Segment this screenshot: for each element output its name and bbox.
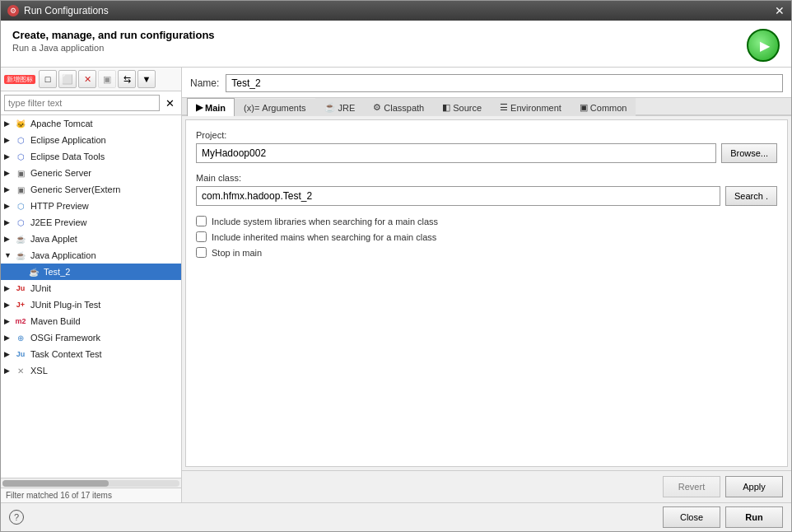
tab-common[interactable]: ▣ Common <box>571 98 636 116</box>
project-section: Project: Browse... <box>196 130 777 163</box>
source-tab-icon: ◧ <box>442 102 450 113</box>
maven-build-icon: m2 <box>14 315 27 328</box>
browse-project-button[interactable]: Browse... <box>721 143 777 163</box>
checkbox-include-inherited-row: Include inherited mains when searching f… <box>196 231 777 242</box>
java-applet-icon: ☕ <box>14 232 27 245</box>
search-dot: . <box>763 191 768 201</box>
new-icon-badge: 新增图标 <box>4 75 35 84</box>
main-class-input[interactable] <box>196 186 720 206</box>
tree-item-java-applet[interactable]: ▶ ☕ Java Applet <box>1 231 181 247</box>
tree-item-generic-server[interactable]: ▶ ▣ Generic Server <box>1 165 181 181</box>
tab-main[interactable]: ▶ Main <box>187 98 235 116</box>
tree-item-junit[interactable]: ▶ Ju JUnit <box>1 280 181 296</box>
jre-tab-icon: ☕ <box>324 102 336 113</box>
tab-source[interactable]: ◧ Source <box>433 98 491 116</box>
dialog-subheading: Run a Java application <box>12 43 215 53</box>
dialog-header: Create, manage, and run configurations R… <box>1 21 791 68</box>
tree-item-task-context-test[interactable]: ▶ Ju Task Context Test <box>1 346 181 362</box>
tree-toolbar: 新增图标 □ ⬜ ✕ ▣ ⇆ ▼ <box>1 68 181 91</box>
common-tab-label: Common <box>590 103 627 113</box>
xsl-icon: ✕ <box>14 364 27 377</box>
classpath-tab-icon: ⚙ <box>373 102 381 113</box>
filter-input[interactable] <box>4 95 160 111</box>
generic-server-ext-icon: ▣ <box>14 183 27 196</box>
source-tab-label: Source <box>453 103 482 113</box>
project-label: Project: <box>196 130 777 140</box>
tree-item-maven-build[interactable]: ▶ m2 Maven Build <box>1 313 181 329</box>
run-button[interactable]: Run <box>725 506 783 528</box>
tab-content-main: Project: Browse... Main class: Search . <box>185 119 788 467</box>
tree-item-java-application[interactable]: ▼ ☕ Java Application <box>1 247 181 264</box>
eclipse-data-tools-icon: ⬡ <box>14 150 27 163</box>
classpath-tab-label: Classpath <box>384 103 424 113</box>
dialog-heading: Create, manage, and run configurations <box>12 29 215 41</box>
apache-tomcat-icon: 🐱 <box>14 117 27 130</box>
name-row: Name: <box>182 68 791 98</box>
filter-clear-button[interactable]: ✕ <box>161 95 178 111</box>
close-button[interactable]: Close <box>663 506 720 528</box>
generic-server-icon: ▣ <box>14 166 27 180</box>
view-menu-button[interactable]: ▼ <box>137 70 156 88</box>
tab-jre[interactable]: ☕ JRE <box>315 98 365 116</box>
revert-button[interactable]: Revert <box>663 476 720 497</box>
environment-tab-icon: ☰ <box>500 102 508 113</box>
include-system-libs-checkbox[interactable] <box>196 216 207 226</box>
tree-item-eclipse-data-tools[interactable]: ▶ ⬡ Eclipse Data Tools <box>1 148 181 165</box>
name-input[interactable] <box>226 74 783 92</box>
eclipse-application-icon: ⬡ <box>14 133 27 147</box>
run-configurations-window: ⚙ Run Configurations ✕ Create, manage, a… <box>0 0 792 532</box>
search-main-class-button[interactable]: Search . <box>725 186 777 206</box>
include-inherited-mains-checkbox[interactable] <box>196 231 207 242</box>
filter-status: Filter matched 16 of 17 items <box>1 488 181 502</box>
tab-classpath[interactable]: ⚙ Classpath <box>364 98 433 116</box>
main-class-section: Main class: Search . <box>196 173 777 206</box>
right-panel: Name: ▶ Main (x)= Arguments ☕ JRE ⚙ <box>182 68 791 502</box>
config-tree: ▶ 🐱 Apache Tomcat ▶ ⬡ Eclipse Applicatio… <box>1 115 181 478</box>
include-system-libs-label: Include system libraries when searching … <box>212 217 438 226</box>
footer-bar: ? Close Run <box>1 502 791 531</box>
checkbox-include-system-row: Include system libraries when searching … <box>196 216 777 226</box>
left-panel: 新增图标 □ ⬜ ✕ ▣ ⇆ ▼ ✕ ▶ 🐱 Apache Tomcat <box>1 68 182 502</box>
tab-arguments[interactable]: (x)= Arguments <box>235 99 314 116</box>
common-tab-icon: ▣ <box>580 102 588 113</box>
tree-item-j2ee-preview[interactable]: ▶ ⬡ J2EE Preview <box>1 214 181 231</box>
tree-item-junit-plugin[interactable]: ▶ J+ JUnit Plug-in Test <box>1 296 181 313</box>
close-window-button[interactable]: ✕ <box>775 4 785 17</box>
test-2-icon: ☕ <box>27 265 40 278</box>
tree-item-generic-server-ext[interactable]: ▶ ▣ Generic Server(Extern <box>1 181 181 198</box>
main-class-label: Main class: <box>196 173 777 183</box>
tab-environment[interactable]: ☰ Environment <box>491 98 571 116</box>
arguments-tab-icon: (x)= <box>244 103 259 113</box>
title-bar: ⚙ Run Configurations ✕ <box>1 1 791 21</box>
include-inherited-mains-label: Include inherited mains when searching f… <box>212 232 436 242</box>
tree-item-osgi-framework[interactable]: ▶ ⊕ OSGi Framework <box>1 329 181 346</box>
tree-item-test-2[interactable]: ☕ Test_2 <box>1 264 181 280</box>
main-tab-label: Main <box>205 103 226 113</box>
tree-scrollbar-h[interactable] <box>1 478 181 488</box>
tree-item-http-preview[interactable]: ▶ ⬡ HTTP Preview <box>1 198 181 214</box>
junit-icon: Ju <box>14 282 27 295</box>
main-tab-icon: ▶ <box>196 102 203 113</box>
copy-config-button[interactable]: ⬜ <box>58 70 77 88</box>
project-input[interactable] <box>196 143 716 163</box>
java-application-icon: ☕ <box>14 249 27 262</box>
osgi-framework-icon: ⊕ <box>14 331 27 344</box>
tree-item-xsl[interactable]: ▶ ✕ XSL <box>1 362 181 379</box>
junit-plugin-icon: J+ <box>14 298 27 311</box>
delete-config-button[interactable]: ✕ <box>78 70 96 88</box>
environment-tab-label: Environment <box>510 103 561 113</box>
tree-item-apache-tomcat[interactable]: ▶ 🐱 Apache Tomcat <box>1 115 181 132</box>
tabs-bar: ▶ Main (x)= Arguments ☕ JRE ⚙ Classpath … <box>182 98 791 116</box>
run-icon <box>747 29 780 62</box>
new-config-button[interactable]: □ <box>39 70 57 88</box>
export-config-button[interactable]: ▣ <box>98 70 116 88</box>
apply-button[interactable]: Apply <box>725 476 783 497</box>
help-button[interactable]: ? <box>9 510 24 525</box>
stop-in-main-checkbox[interactable] <box>196 247 207 258</box>
arguments-tab-label: Arguments <box>262 103 305 113</box>
checkbox-stop-in-main-row: Stop in main <box>196 247 777 258</box>
tree-item-eclipse-application[interactable]: ▶ ⬡ Eclipse Application <box>1 132 181 148</box>
collapse-all-button[interactable]: ⇆ <box>118 70 136 88</box>
jre-tab-label: JRE <box>338 103 356 113</box>
stop-in-main-label: Stop in main <box>212 248 262 258</box>
